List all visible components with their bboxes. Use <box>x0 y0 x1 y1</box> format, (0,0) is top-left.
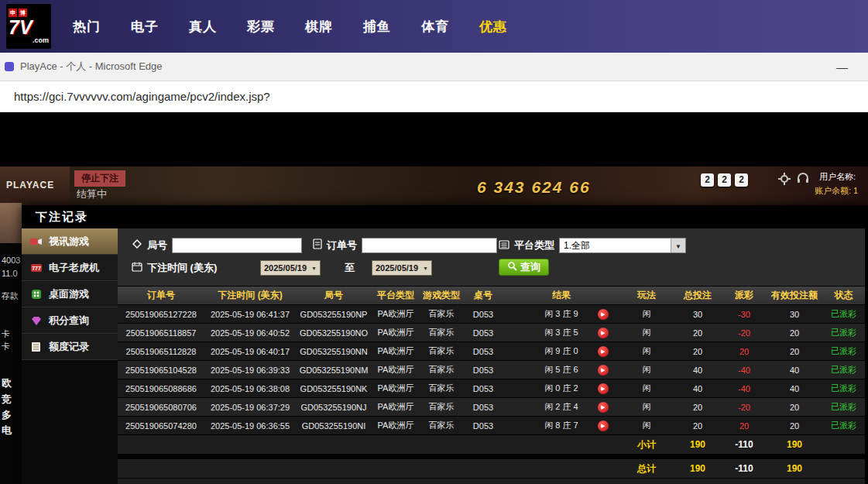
replay-button[interactable]: ▶ <box>598 402 609 413</box>
user-name-label: 用户名称: <box>819 171 856 183</box>
date-to-group: 2025/05/19 <box>372 260 432 276</box>
time-cell: 2025-05-19 06:37:29 <box>204 398 296 417</box>
result-cell: 闲 3 庄 9▶ <box>503 305 619 324</box>
replay-button[interactable]: ▶ <box>598 309 609 320</box>
status-cell: 已派彩 <box>822 305 865 324</box>
table-number-cell: D053 <box>463 361 503 379</box>
replay-button[interactable]: ▶ <box>598 420 609 431</box>
favicon-icon <box>5 62 14 71</box>
bet-cell: 40 <box>674 361 722 379</box>
column-header: 状态 <box>822 287 865 305</box>
date-from-value: 2025/05/19 <box>264 263 307 273</box>
balance-label: 账户余额: 1 <box>815 185 858 197</box>
order-cell: 250519065104528 <box>118 361 204 379</box>
background-text-fragment: 竞 <box>2 393 12 407</box>
platform-filter: 平台类型 1.全部 <box>499 238 686 253</box>
sum-payout: -110 <box>722 435 767 455</box>
background-text-fragment: 多 <box>2 408 12 422</box>
table-number-cell: D053 <box>463 398 503 417</box>
background-text-fragment: 存款 <box>2 290 19 302</box>
chevron-down-icon <box>671 239 685 252</box>
minimize-button[interactable]: — <box>836 60 848 74</box>
replay-button[interactable]: ▶ <box>598 328 609 338</box>
headset-icon[interactable] <box>797 173 809 187</box>
round-input[interactable] <box>172 238 302 253</box>
search-group: 查询 <box>499 259 549 275</box>
site-logo[interactable]: 申 博 7V .com <box>6 4 51 49</box>
gear-icon[interactable] <box>778 173 791 188</box>
sidebar-item[interactable]: 视讯游戏 <box>22 228 118 255</box>
nav-item[interactable]: 捕鱼 <box>363 18 391 36</box>
bet-row: 2505190651188572025-05-19 06:40:52GD0532… <box>118 324 865 342</box>
column-header: 游戏类型 <box>420 287 463 305</box>
nav-item[interactable]: 体育 <box>421 18 449 36</box>
list-icon <box>499 239 509 252</box>
order-cell: 250519065118857 <box>118 324 204 342</box>
game-type-cell: 百家乐 <box>420 361 463 379</box>
round-cell: GD053255190NK <box>296 379 372 398</box>
valid-bet-cell: 20 <box>767 342 822 361</box>
url-text[interactable]: https://gci.7vvvvvv.com/agingame/pcv2/in… <box>14 90 270 103</box>
replay-button[interactable]: ▶ <box>598 383 609 394</box>
modal-sidebar: 视讯游戏777电子老虎机桌面游戏积分查询额度记录 <box>22 228 118 484</box>
replay-button[interactable]: ▶ <box>598 346 609 357</box>
order-input[interactable] <box>362 238 497 253</box>
game-type-cell: 百家乐 <box>420 324 463 342</box>
nav-item[interactable]: 彩票 <box>247 18 275 36</box>
nav-item[interactable]: 真人 <box>189 18 217 36</box>
sidebar-item[interactable]: 额度记录 <box>22 334 118 360</box>
nav-item[interactable]: 棋牌 <box>305 18 333 36</box>
platform-cell: PA欧洲厅 <box>372 342 420 361</box>
date-from-picker[interactable]: 2025/05/19 <box>260 260 321 276</box>
sidebar-item-label: 电子老虎机 <box>49 261 99 275</box>
column-header: 有效投注额 <box>767 287 822 305</box>
background-text-fragment: 卡 <box>2 341 10 352</box>
result-cell: 闲 3 庄 5▶ <box>503 324 619 342</box>
date-to-picker[interactable]: 2025/05/19 <box>372 260 432 276</box>
background-text-fragment: 欧 <box>2 376 12 390</box>
sum-label: 小计 <box>619 435 674 455</box>
search-button[interactable]: 查询 <box>499 259 549 276</box>
table-number-cell: D053 <box>463 417 503 435</box>
svg-text:777: 777 <box>32 266 41 271</box>
order-cell: 250519065074280 <box>118 417 204 435</box>
nav-item[interactable]: 优惠 <box>479 18 507 36</box>
bet-row: 2505190651128282025-05-19 06:40:17GD0532… <box>118 342 865 361</box>
game-type-cell: 百家乐 <box>420 398 463 417</box>
order-filter: 订单号 <box>313 238 497 253</box>
time-cell: 2025-05-19 06:40:17 <box>204 342 296 361</box>
sidebar-item[interactable]: 积分查询 <box>22 307 118 334</box>
status-cell: 已派彩 <box>822 417 865 435</box>
bet-cell: 20 <box>674 324 722 342</box>
round-cell: GD053255190NP <box>296 305 372 324</box>
replay-button[interactable]: ▶ <box>598 365 609 376</box>
column-header: 总投注 <box>674 287 722 305</box>
order-label: 订单号 <box>327 239 357 252</box>
subtotal-row: 小计190-110190 <box>118 435 865 455</box>
status-cell: 已派彩 <box>822 361 865 379</box>
gem-icon <box>29 315 43 326</box>
time-cell: 2025-05-19 06:40:52 <box>204 324 296 342</box>
nav-item[interactable]: 热门 <box>73 18 101 36</box>
bet-table: 订单号下注时间 (美东)局号平台类型游戏类型桌号结果玩法总投注派彩有效投注额状态… <box>118 287 865 479</box>
bet-table-body: 2505190651272282025-05-19 06:41:37GD0532… <box>118 305 865 435</box>
die: 2 <box>735 173 748 187</box>
modal-content: 局号 订单号 平台类型 1.全部 <box>118 228 865 484</box>
platform-select[interactable]: 1.全部 <box>559 238 686 253</box>
background-text-fragment: 4003 <box>2 256 20 265</box>
payout-cell: -40 <box>722 361 767 379</box>
sidebar-item[interactable]: 777电子老虎机 <box>22 255 118 281</box>
platform-label: 平台类型 <box>514 239 554 252</box>
table-number-cell: D053 <box>463 379 503 398</box>
empty-cell <box>822 459 865 479</box>
play-cell: 闲 <box>619 398 674 417</box>
left-edge-fragments: 400311.0存款卡卡欧竞多电 <box>0 203 22 484</box>
payout-cell: -30 <box>722 305 767 324</box>
nav-item[interactable]: 电子 <box>131 18 159 36</box>
date-to-value: 2025/05/19 <box>376 263 418 273</box>
settling-status: 结算中 <box>77 187 107 201</box>
payout-cell: 20 <box>722 417 767 435</box>
to-group: 至 <box>345 260 355 276</box>
sidebar-item[interactable]: 桌面游戏 <box>22 281 118 307</box>
bet-row: 2505190651272282025-05-19 06:41:37GD0532… <box>118 305 865 324</box>
